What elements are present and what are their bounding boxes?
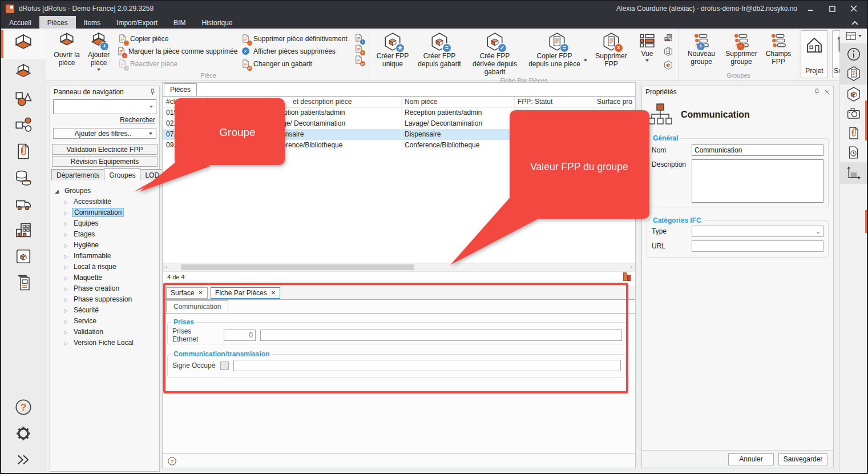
sidebar-logistics[interactable] [1, 191, 46, 217]
create-fpp-derived-button[interactable]: ✓ Crée FPP dérivée depuis gabarit [466, 30, 524, 76]
tree-collapsed-icon[interactable] [64, 198, 72, 206]
delete-fpp-button[interactable]: × Supprimer FPP [590, 30, 632, 69]
project-button[interactable]: Projet [801, 30, 828, 78]
column-header-fpp-statut[interactable]: FPP: Statut [515, 97, 594, 107]
table-cell[interactable] [208, 129, 265, 140]
tree-item-equipes[interactable]: Equipes [55, 218, 158, 228]
nav-tab-lod[interactable]: LOD [140, 169, 164, 180]
menu-tab-accueil[interactable]: Accueil [1, 16, 39, 29]
fpp-fields-button[interactable]: Champs FPP [762, 30, 795, 66]
tree-item-hygiene[interactable]: Hygiène [55, 239, 158, 250]
room-tool-icon-2[interactable]: + [353, 43, 364, 54]
bim-model-tab[interactable] [840, 85, 867, 104]
sidebar-items[interactable] [1, 86, 46, 112]
mark-room-deleted-button[interactable]: ×Marquer la pièce comme supprimée [117, 45, 236, 57]
close-icon[interactable] [823, 89, 831, 96]
close-button[interactable] [845, 3, 862, 14]
create-fpp-from-template-button[interactable]: = Créer FPP depuis gabarit [413, 30, 466, 69]
group-value-tab-communication[interactable]: Communication [166, 300, 228, 313]
table-cell[interactable]: Dispensaire [265, 129, 402, 140]
table-row[interactable]: 01S.01 [163, 107, 208, 118]
scroll-left-icon[interactable]: ‹ [165, 264, 167, 270]
table-cell[interactable] [515, 140, 594, 151]
fpp-doc-tab[interactable] [840, 64, 867, 83]
fpp-tool-icon-1[interactable] [663, 33, 673, 43]
tree-collapsed-icon[interactable] [64, 219, 72, 227]
sidebar-products[interactable] [1, 243, 46, 270]
sidebar-expand[interactable] [1, 447, 46, 473]
fpp-tool-icon-3[interactable] [663, 60, 673, 70]
nav-tab-groupes[interactable]: Groupes [104, 168, 140, 180]
table-row-selected[interactable]: 07.003 [163, 129, 208, 140]
nom-input[interactable] [692, 144, 823, 156]
tree-item-phase-creation[interactable]: Phase creation [55, 283, 158, 294]
room-tool-icon-1[interactable]: + [353, 33, 364, 43]
sidebar-room-data[interactable] [1, 59, 46, 86]
delete-group-button[interactable]: − Supprimer groupe [721, 30, 762, 66]
column-header-2[interactable] [208, 97, 265, 107]
chevron-down-icon[interactable] [150, 106, 153, 108]
tree-collapsed-icon[interactable] [64, 230, 72, 238]
pin-icon[interactable] [813, 88, 821, 97]
table-cell[interactable] [208, 118, 265, 129]
tree-item-service[interactable]: Service [55, 315, 158, 326]
help-icon[interactable] [167, 456, 177, 466]
column-header-nom-piece[interactable]: Nom pièce [402, 97, 515, 107]
menu-tab-bim[interactable]: BIM [165, 16, 193, 29]
description-textarea[interactable] [692, 159, 823, 203]
tree-item-validation[interactable]: Validation [55, 326, 158, 337]
table-cell[interactable]: Reception patients/admin [265, 107, 402, 118]
tree-collapsed-icon[interactable] [64, 263, 72, 271]
signe-occupe-comment-input[interactable] [233, 360, 621, 371]
copy-room-button[interactable]: Copier pièce [117, 33, 236, 45]
surface-tab[interactable] [840, 163, 867, 183]
signe-occupe-checkbox[interactable] [220, 361, 229, 370]
sidebar-attachments[interactable] [1, 138, 46, 164]
tree-item-accessibilite[interactable]: Accessibilité [55, 196, 158, 207]
tree-item-communication[interactable]: Communication [55, 207, 158, 218]
sidebar-finance[interactable] [1, 164, 46, 191]
table-cell[interactable]: Conference/Bibliotheque [402, 140, 515, 151]
table-cell[interactable] [515, 118, 594, 129]
tree-item-etages[interactable]: Etages [55, 228, 158, 239]
table-cell[interactable] [208, 140, 265, 151]
maximize-button[interactable] [823, 3, 841, 14]
table-cell[interactable]: Lavage/ Decontamination [265, 118, 402, 129]
menu-tab-import-export[interactable]: Import/Export [108, 16, 165, 29]
tree-collapsed-icon[interactable] [64, 306, 72, 314]
tree-collapsed-icon[interactable] [64, 317, 72, 325]
pin-icon[interactable] [148, 88, 157, 97]
menu-tab-pieces[interactable]: Pièces [39, 16, 76, 29]
table-cell[interactable] [208, 107, 265, 118]
sidebar-rooms[interactable] [1, 29, 46, 59]
copy-fpp-from-room-button[interactable]: = Copier FPP depuis une pièce [524, 30, 590, 69]
column-header-key[interactable]: #clé pièce [163, 97, 208, 107]
sidebar-buildings[interactable] [1, 217, 46, 243]
tree-collapsed-icon[interactable] [64, 295, 72, 303]
delete-room-permanently-button[interactable]: −Supprimer pièce définitivement [240, 33, 350, 45]
tree-collapsed-icon[interactable] [64, 241, 72, 249]
search-input[interactable] [56, 101, 147, 113]
tree-collapsed-icon[interactable] [64, 208, 72, 216]
horizontal-scrollbar[interactable]: ‹ › [163, 263, 635, 272]
table-cell[interactable] [515, 129, 594, 140]
table-row[interactable]: 02.004 [163, 118, 208, 129]
table-cell[interactable] [594, 140, 635, 151]
table-cell[interactable]: Lavage/ Decontamination [402, 118, 515, 129]
room-tool-icon-3[interactable]: ∞ [353, 54, 364, 65]
tree-collapsed-icon[interactable] [64, 328, 72, 336]
images-tab[interactable] [840, 104, 867, 123]
tree-item-version-fiche-local[interactable]: Version Fiche Local [55, 337, 158, 348]
column-header-description[interactable]: et description pièce [265, 97, 402, 107]
minimize-button[interactable] [802, 3, 819, 14]
tree-collapsed-icon[interactable] [64, 339, 72, 347]
tree-root-groupes[interactable]: Groupes [55, 185, 158, 196]
nav-tab-departements[interactable]: Départements [51, 169, 104, 180]
table-cell[interactable] [594, 107, 635, 118]
info-tab[interactable] [840, 45, 867, 64]
attachments-tab[interactable] [840, 123, 867, 143]
scroll-right-icon[interactable]: › [631, 264, 632, 270]
tree-item-local-a-risque[interactable]: Local à risque [55, 261, 158, 272]
panel-layout-selector[interactable] [840, 29, 867, 43]
scrollbar-thumb[interactable] [181, 264, 414, 270]
